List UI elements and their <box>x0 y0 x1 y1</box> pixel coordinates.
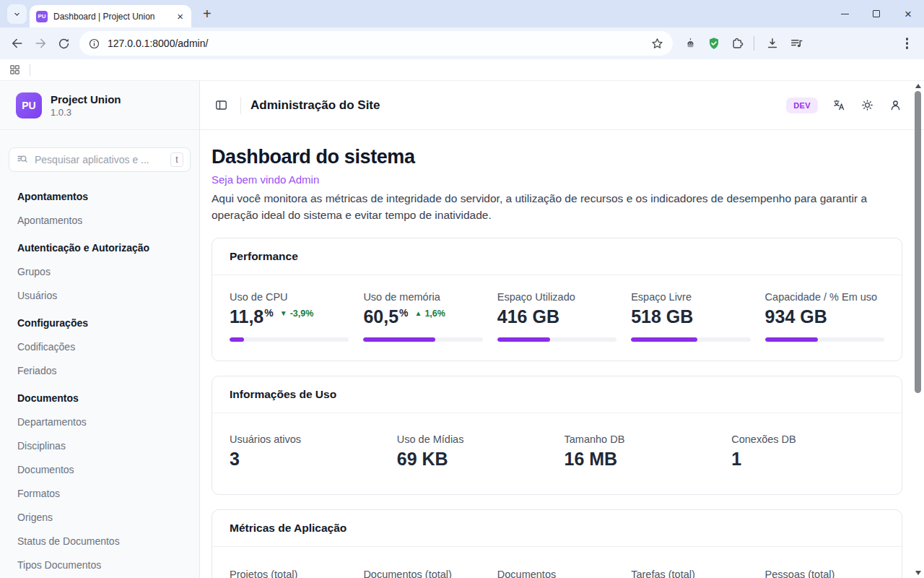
sidebar-item-status-de-documentos[interactable]: Status de Documentos <box>17 535 182 547</box>
metric-value: 416 GB <box>497 306 616 327</box>
tab-title: Dashboard | Project Union <box>53 12 170 22</box>
welcome-message: Seja bem vindo Admin <box>212 173 902 186</box>
usage-card-title: Informações de Uso <box>212 376 902 413</box>
bookmark-star-icon[interactable] <box>650 37 664 51</box>
delta-up-icon: ▲ <box>415 309 422 317</box>
extension-robot-icon[interactable] <box>679 33 701 54</box>
metric-label: Uso de memória <box>363 291 482 303</box>
metric-label: Espaço Livre <box>631 291 750 303</box>
metric-label: Projetos (total) <box>230 569 349 578</box>
close-button[interactable]: × <box>892 0 924 27</box>
delta-down-icon: ▼ <box>280 309 287 317</box>
nav-heading-documentos: Documentos <box>17 392 182 404</box>
metric-label: Tamanho DB <box>565 434 718 445</box>
progress-track <box>631 337 750 342</box>
page-scrollbar <box>912 81 924 578</box>
metric-delta: ▲ 1,6% <box>415 309 445 319</box>
sidebar-item-origens[interactable]: Origens <box>17 512 182 523</box>
metric-label: Tarefas (total) <box>631 569 750 578</box>
minimize-icon <box>841 14 849 14</box>
admin-header: Administração do Site DEV <box>200 81 924 130</box>
metric-capacity: Capacidade / % Em uso 934 GB <box>765 291 884 342</box>
reload-icon <box>57 37 71 51</box>
metric-label: Documentos <box>497 569 616 578</box>
sidebar-item-apontamentos[interactable]: Apontamentos <box>17 215 182 226</box>
progress-fill <box>765 337 819 342</box>
metric-db-size: Tamanho DB 16 MB <box>565 434 718 470</box>
browser-menu-icon[interactable] <box>902 33 913 53</box>
tab-close-icon[interactable]: × <box>175 11 185 22</box>
info-icon[interactable] <box>88 38 100 50</box>
sidebar-item-formatos[interactable]: Formatos <box>17 488 182 499</box>
app-metrics: Projetos (total) Documentos (total) Docu… <box>212 547 902 578</box>
sidebar-item-departamentos[interactable]: Departamentos <box>17 416 182 428</box>
scrollbar-down-arrow[interactable] <box>915 571 921 575</box>
address-bar[interactable]: 127.0.0.1:8000/admin/ <box>79 31 673 56</box>
sidebar-item-grupos[interactable]: Grupos <box>17 266 182 277</box>
forward-button[interactable] <box>29 32 52 55</box>
metric-label: Documentos (total) <box>363 569 482 578</box>
back-button[interactable] <box>6 32 29 55</box>
scrollbar-thumb[interactable] <box>915 91 921 393</box>
main-area: Administração do Site DEV Dashboard do s… <box>200 81 924 578</box>
metric-label: Uso de Mídias <box>397 434 550 445</box>
metric-value: 1 <box>731 449 884 470</box>
bookmarks-divider <box>30 64 30 76</box>
progress-track <box>230 337 349 342</box>
sidebar-item-tipos-documentos[interactable]: Tipos Documentos <box>17 559 182 571</box>
user-account-icon[interactable] <box>889 98 902 112</box>
forward-arrow-icon <box>33 36 48 51</box>
chevron-down-icon <box>12 9 22 19</box>
sidebar-item-disciplinas[interactable]: Disciplinas <box>17 440 182 452</box>
browser-titlebar: PU Dashboard | Project Union × + × <box>0 0 924 27</box>
progress-track <box>363 337 482 342</box>
sidebar-toggle-button[interactable] <box>212 95 231 115</box>
browser-toolbar: 127.0.0.1:8000/admin/ <box>0 27 924 59</box>
progress-fill <box>631 337 697 342</box>
app-version: 1.0.3 <box>51 107 121 118</box>
search-input[interactable] <box>35 154 165 165</box>
theme-sun-icon[interactable] <box>860 98 874 112</box>
reload-button[interactable] <box>52 32 75 55</box>
back-arrow-icon <box>10 36 25 51</box>
adblock-shield-icon[interactable] <box>703 33 725 54</box>
sidebar-item-codificacoes[interactable]: Codificações <box>17 341 182 353</box>
metric-value: 3 <box>230 449 383 470</box>
sidebar-item-documentos[interactable]: Documentos <box>17 464 182 475</box>
translate-icon[interactable] <box>832 98 846 112</box>
apps-grid-icon[interactable] <box>9 64 21 76</box>
app-name: Project Union <box>51 93 121 105</box>
nav-heading-apontamentos: Apontamentos <box>17 191 182 202</box>
sidebar-header: PU Project Union 1.0.3 <box>0 81 199 130</box>
metric-disk-free: Espaço Livre 518 GB <box>631 291 750 342</box>
maximize-button[interactable] <box>860 0 892 27</box>
page-title: Dashboard do sistema <box>212 146 902 168</box>
sidebar: PU Project Union 1.0.3 t Apontamentos Ap… <box>0 81 200 578</box>
app-logo: PU <box>16 92 42 118</box>
playlist-music-icon[interactable] <box>785 33 807 54</box>
metric-label: Conexões DB <box>731 434 884 445</box>
progress-track <box>497 337 616 342</box>
progress-fill <box>497 337 551 342</box>
nav-heading-autenticacao: Autenticação e Autorização <box>17 242 182 254</box>
new-tab-button[interactable]: + <box>203 7 212 21</box>
metric-label: Espaço Utilizado <box>497 291 616 303</box>
metric-label: Uso de CPU <box>230 291 349 303</box>
sidebar-item-usuarios[interactable]: Usuários <box>17 290 182 301</box>
tab-search-button[interactable] <box>7 4 27 24</box>
dashboard-content: Dashboard do sistema Seja bem vindo Admi… <box>200 130 924 578</box>
browser-tab[interactable]: PU Dashboard | Project Union × <box>30 5 191 27</box>
downloads-icon[interactable] <box>762 33 783 54</box>
close-icon: × <box>905 8 912 20</box>
metric-cpu: Uso de CPU 11,8 % ▼ -3,9% <box>230 291 349 342</box>
extensions-puzzle-icon[interactable] <box>727 33 749 54</box>
nav-heading-configuracoes: Configurações <box>17 317 182 329</box>
toolbar-divider <box>754 36 754 51</box>
sidebar-item-feriados[interactable]: Feriados <box>17 365 182 376</box>
metric-delta: ▼ -3,9% <box>280 309 314 319</box>
scrollbar-up-arrow[interactable] <box>915 84 921 88</box>
header-actions: DEV <box>786 98 902 113</box>
sidebar-search[interactable]: t <box>9 147 191 172</box>
performance-metrics: Uso de CPU 11,8 % ▼ -3,9% Uso de memó <box>212 275 902 361</box>
minimize-button[interactable] <box>829 0 860 27</box>
